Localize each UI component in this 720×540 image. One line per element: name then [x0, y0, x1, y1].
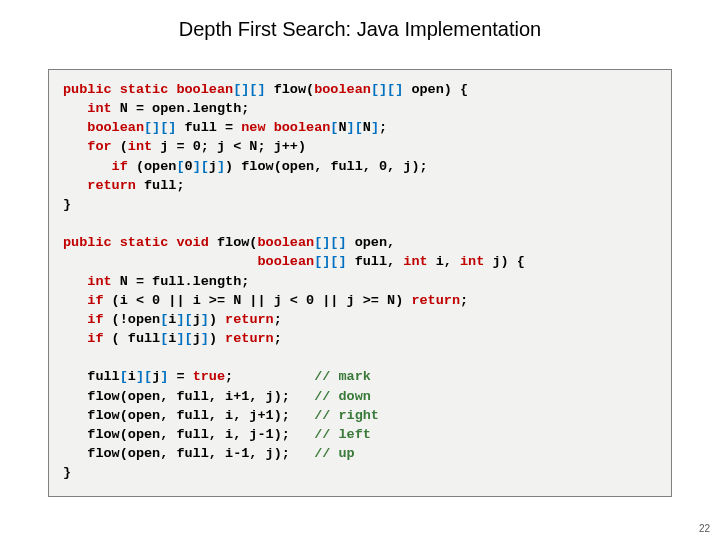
- code-token: (i < 0 || i >= N || j < 0 || j >= N): [104, 293, 412, 308]
- code-comment: // left: [314, 427, 371, 442]
- code-token: flow(open, full, i, j-1);: [63, 427, 314, 442]
- code-token: boolean: [63, 254, 314, 269]
- code-token: flow(open, full, i, j+1);: [63, 408, 314, 423]
- code-token: (!open: [104, 312, 161, 327]
- code-token: return: [411, 293, 460, 308]
- code-token: [][]: [233, 82, 265, 97]
- code-token: boolean: [63, 120, 144, 135]
- code-token: full;: [136, 178, 185, 193]
- code-box: public static boolean[][] flow(boolean[]…: [48, 69, 672, 497]
- page-number: 22: [699, 523, 710, 534]
- code-token: full =: [176, 120, 241, 135]
- code-token: ): [209, 331, 225, 346]
- code-token: }: [63, 197, 71, 212]
- code-token: if: [63, 159, 128, 174]
- code-token: flow(open, full, i+1, j);: [63, 389, 314, 404]
- code-token: ) flow(open, full, 0, j);: [225, 159, 428, 174]
- code-token: (open: [128, 159, 177, 174]
- slide: Depth First Search: Java Implementation …: [0, 0, 720, 540]
- code-token: public static void: [63, 235, 209, 250]
- code-token: flow(open, full, i-1, j);: [63, 446, 314, 461]
- code-token: full,: [347, 254, 404, 269]
- code-comment: // right: [314, 408, 379, 423]
- code-token: if: [63, 293, 104, 308]
- code-token: ]: [201, 312, 209, 327]
- code-token: ): [209, 312, 225, 327]
- code-token: }: [63, 465, 71, 480]
- code-token: ][: [176, 312, 192, 327]
- code-token: full: [63, 369, 120, 384]
- code-token: i,: [428, 254, 460, 269]
- code-token: if: [63, 312, 104, 327]
- code-comment: // mark: [314, 369, 371, 384]
- slide-title: Depth First Search: Java Implementation: [0, 0, 720, 41]
- code-token: return: [63, 178, 136, 193]
- code-token: [: [176, 159, 184, 174]
- code-token: N: [338, 120, 346, 135]
- code-token: i: [128, 369, 136, 384]
- code-token: flow(: [266, 82, 315, 97]
- code-token: ;: [460, 293, 468, 308]
- code-token: if: [63, 331, 104, 346]
- code-token: flow(: [209, 235, 258, 250]
- code-token: ][: [193, 159, 209, 174]
- code-token: boolean: [314, 82, 371, 97]
- code-token: (: [112, 139, 128, 154]
- code-token: for: [63, 139, 112, 154]
- code-token: new boolean: [241, 120, 330, 135]
- code-token: ;: [274, 331, 282, 346]
- code-token: N = open.length;: [112, 101, 250, 116]
- code-token: ][: [176, 331, 192, 346]
- code-token: [: [120, 369, 128, 384]
- code-token: =: [168, 369, 192, 384]
- code-token: N = full.length;: [112, 274, 250, 289]
- code-token: 0: [185, 159, 193, 174]
- code-token: ]: [217, 159, 225, 174]
- code-token: ]: [371, 120, 379, 135]
- code-comment: // down: [314, 389, 371, 404]
- code-token: ]: [201, 331, 209, 346]
- code-token: [][]: [314, 254, 346, 269]
- code-token: [][]: [144, 120, 176, 135]
- code-token: ;: [274, 312, 282, 327]
- code-token: int: [403, 254, 427, 269]
- code-token: open,: [347, 235, 396, 250]
- code-token: int: [128, 139, 152, 154]
- code-token: j: [193, 331, 201, 346]
- code-token: j: [209, 159, 217, 174]
- code-token: public static boolean: [63, 82, 233, 97]
- code-token: true: [193, 369, 225, 384]
- code-token: int: [63, 274, 112, 289]
- code-token: ( full: [104, 331, 161, 346]
- code-token: N: [363, 120, 371, 135]
- code-token: int: [460, 254, 484, 269]
- code-comment: // up: [314, 446, 355, 461]
- code-token: boolean: [257, 235, 314, 250]
- code-token: int: [63, 101, 112, 116]
- code-token: ][: [136, 369, 152, 384]
- code-token: ;: [379, 120, 387, 135]
- code-token: return: [225, 312, 274, 327]
- code-token: [][]: [371, 82, 403, 97]
- code-token: j: [193, 312, 201, 327]
- code-token: [][]: [314, 235, 346, 250]
- code-token: ][: [347, 120, 363, 135]
- code-token: j = 0; j < N; j++): [152, 139, 306, 154]
- code-token: open) {: [403, 82, 468, 97]
- code-token: ;: [225, 369, 314, 384]
- code-token: j) {: [484, 254, 525, 269]
- code-token: return: [225, 331, 274, 346]
